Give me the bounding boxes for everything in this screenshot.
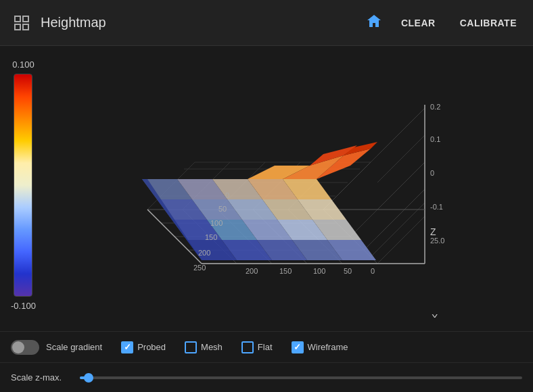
header: Heightmap CLEAR CALIBRATE [0, 0, 533, 46]
heightmap-chart: X Y Z 0.2 0.1 0 -0.1 25.0 0 50 100 150 2… [114, 68, 452, 318]
scale-zmax-row: Scale z-max. [0, 362, 533, 392]
flat-checkbox[interactable] [241, 341, 254, 353]
svg-text:250: 250 [193, 264, 206, 272]
clear-button[interactable]: CLEAR [396, 15, 441, 31]
mesh-label: Mesh [201, 342, 223, 352]
svg-text:0: 0 [371, 267, 375, 275]
svg-text:25.0: 25.0 [430, 237, 444, 245]
calibrate-button[interactable]: CALIBRATE [455, 15, 522, 31]
svg-text:Z: Z [430, 226, 436, 237]
home-button[interactable] [366, 14, 382, 32]
svg-text:50: 50 [344, 267, 352, 275]
svg-text:-0.1: -0.1 [430, 203, 443, 211]
flat-label: Flat [258, 342, 273, 352]
scale-zmax-track[interactable] [80, 376, 522, 379]
wireframe-checkmark: ✓ [294, 343, 301, 351]
scale-zmax-thumb[interactable] [84, 373, 93, 383]
scale-gradient-label: Scale gradient [46, 342, 102, 352]
svg-text:0.2: 0.2 [430, 103, 440, 111]
wireframe-label: Wireframe [308, 342, 348, 352]
flat-checkbox-group[interactable]: Flat [241, 341, 273, 353]
toggle-knob [12, 341, 24, 353]
scale-gradient-group: Scale gradient [11, 340, 102, 355]
svg-text:200: 200 [198, 249, 210, 257]
svg-rect-3 [23, 24, 28, 30]
gradient-bar [14, 74, 32, 297]
svg-text:150: 150 [279, 267, 292, 275]
svg-text:50: 50 [218, 205, 227, 213]
mesh-checkbox[interactable] [185, 341, 197, 353]
grid-icon [11, 12, 32, 34]
main-content: 0.100 -0.100 [0, 46, 533, 331]
svg-rect-1 [23, 16, 28, 22]
wireframe-checkbox[interactable]: ✓ [292, 341, 304, 353]
probed-label: Probed [137, 342, 166, 352]
scale-min-label: -0.100 [11, 301, 36, 311]
chart-area: X Y Z 0.2 0.1 0 -0.1 25.0 0 50 100 150 2… [44, 54, 522, 331]
svg-text:100: 100 [313, 267, 325, 275]
scale-gradient-toggle[interactable] [11, 340, 39, 355]
probed-checkbox-group[interactable]: ✓ Probed [121, 341, 166, 353]
probed-checkbox[interactable]: ✓ [121, 341, 133, 353]
scale-zmax-label: Scale z-max. [11, 372, 72, 383]
svg-text:150: 150 [205, 233, 217, 241]
page-title: Heightmap [41, 15, 366, 30]
color-scale: 0.100 -0.100 [11, 54, 36, 331]
probed-checkmark: ✓ [124, 343, 131, 351]
scale-max-label: 0.100 [12, 59, 34, 70]
header-actions: CLEAR CALIBRATE [366, 14, 522, 32]
svg-rect-2 [15, 24, 20, 30]
svg-text:X: X [432, 312, 438, 318]
svg-rect-0 [15, 16, 20, 22]
mesh-checkbox-group[interactable]: Mesh [185, 341, 223, 353]
wireframe-checkbox-group[interactable]: ✓ Wireframe [292, 341, 348, 353]
svg-text:0.1: 0.1 [430, 135, 440, 143]
footer-controls: Scale gradient ✓ Probed Mesh Flat ✓ Wire… [0, 331, 533, 362]
svg-text:200: 200 [246, 267, 258, 275]
svg-text:100: 100 [210, 219, 223, 227]
svg-text:0: 0 [225, 191, 229, 199]
svg-text:0: 0 [430, 169, 434, 177]
